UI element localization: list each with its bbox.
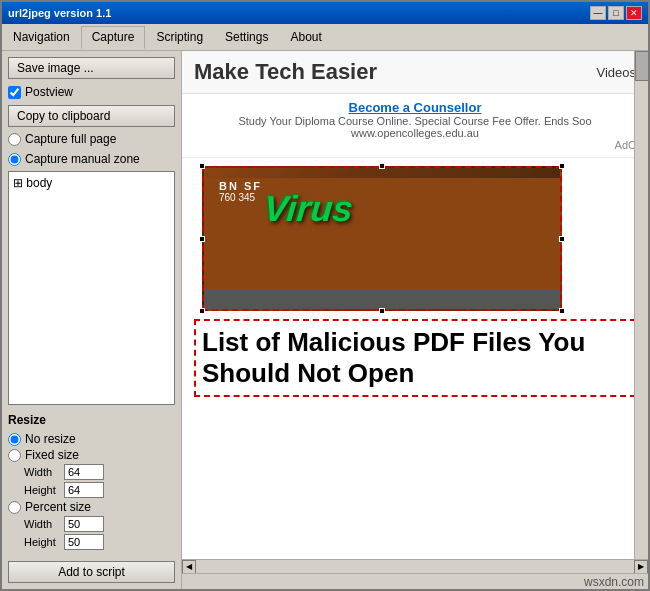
ad-text: Study Your Diploma Course Online. Specia… [194,115,636,127]
train-text-bnsf: BN SF [219,180,262,192]
fixed-size-label: Fixed size [25,448,79,462]
capture-full-page-radio[interactable] [8,133,21,146]
window-title: url2jpeg version 1.1 [8,7,111,19]
tree-item-body: ⊞ body [13,176,170,190]
image-selection-area[interactable]: BN SF 760 345 Virus [202,166,562,311]
width-label-2: Width [24,518,60,530]
webpage-view: Make Tech Easier Videos Become a Counsel… [182,51,648,559]
width-input-1[interactable] [64,464,104,480]
article-headline: List of Malicious PDF Files You Should N… [202,327,628,389]
horizontal-scrollbar[interactable]: ◀ ▶ [182,559,648,573]
height-row-2: Height [24,533,175,551]
scroll-right-button[interactable]: ▶ [634,560,648,574]
ad-label: AdC [194,139,636,151]
no-resize-row: No resize [8,431,175,447]
no-resize-radio[interactable] [8,433,21,446]
status-bar: wsxdn.com [182,573,648,589]
width-label-1: Width [24,466,60,478]
resize-section: Resize No resize Fixed size Width Height [8,413,175,551]
postview-checkbox[interactable] [8,86,21,99]
graffiti-text: Virus [262,188,354,230]
site-title: Make Tech Easier [194,59,377,85]
status-text: wsxdn.com [584,575,644,589]
tab-scripting[interactable]: Scripting [145,26,214,48]
vertical-scrollbar[interactable]: ▲ [634,51,648,559]
tab-navigation[interactable]: Navigation [2,26,81,48]
close-button[interactable]: ✕ [626,6,642,20]
capture-full-page-row: Capture full page [8,131,175,147]
capture-manual-zone-label: Capture manual zone [25,152,140,166]
percent-size-row: Percent size [8,499,175,515]
save-image-button[interactable]: Save image ... [8,57,175,79]
tab-capture[interactable]: Capture [81,26,146,49]
height-input-2[interactable] [64,534,104,550]
copy-to-clipboard-button[interactable]: Copy to clipboard [8,105,175,127]
postview-row: Postview [8,83,175,101]
add-to-script-button[interactable]: Add to script [8,561,175,583]
train-image: BN SF 760 345 Virus [202,166,562,311]
width-row-1: Width [24,463,175,481]
fixed-size-row: Fixed size [8,447,175,463]
width-input-2[interactable] [64,516,104,532]
tab-about[interactable]: About [279,26,332,48]
minimize-button[interactable]: — [590,6,606,20]
resize-title: Resize [8,413,175,427]
percent-size-radio[interactable] [8,501,21,514]
scrollbar-thumb[interactable] [635,51,648,81]
ad-section: Become a Counsellor Study Your Diploma C… [182,94,648,158]
content-area: Save image ... Postview Copy to clipboar… [2,51,648,589]
tree-body-label: ⊞ body [13,176,52,190]
train-number: 760 345 [219,192,255,203]
height-input-1[interactable] [64,482,104,498]
left-panel: Save image ... Postview Copy to clipboar… [2,51,182,589]
fixed-size-radio[interactable] [8,449,21,462]
width-row-2: Width [24,515,175,533]
videos-link[interactable]: Videos [596,65,636,80]
capture-manual-zone-radio[interactable] [8,153,21,166]
clipboard-wrapper: Copy to clipboard ◀ [8,105,175,127]
capture-manual-zone-row: Capture manual zone [8,151,175,167]
scroll-left-button[interactable]: ◀ [182,560,196,574]
text-selection-area[interactable]: List of Malicious PDF Files You Should N… [194,319,636,397]
height-label-2: Height [24,536,60,548]
no-resize-label: No resize [25,432,76,446]
ad-link[interactable]: Become a Counsellor [194,100,636,115]
menu-bar: Navigation Capture Scripting Settings Ab… [2,24,648,51]
webpage-header: Make Tech Easier Videos [182,51,648,94]
postview-label: Postview [25,85,73,99]
title-bar: url2jpeg version 1.1 — □ ✕ [2,2,648,24]
train-tracks [204,289,560,309]
train-body [204,178,560,289]
height-label-1: Height [24,484,60,496]
right-panel: Make Tech Easier Videos Become a Counsel… [182,51,648,589]
h-scroll-track[interactable] [196,560,634,574]
percent-size-label: Percent size [25,500,91,514]
maximize-button[interactable]: □ [608,6,624,20]
title-bar-buttons: — □ ✕ [590,6,642,20]
element-tree[interactable]: ⊞ body [8,171,175,405]
tab-settings[interactable]: Settings [214,26,279,48]
height-row-1: Height [24,481,175,499]
ad-domain: www.opencolleges.edu.au [194,127,636,139]
capture-full-page-label: Capture full page [25,132,116,146]
main-window: url2jpeg version 1.1 — □ ✕ Navigation Ca… [0,0,650,591]
